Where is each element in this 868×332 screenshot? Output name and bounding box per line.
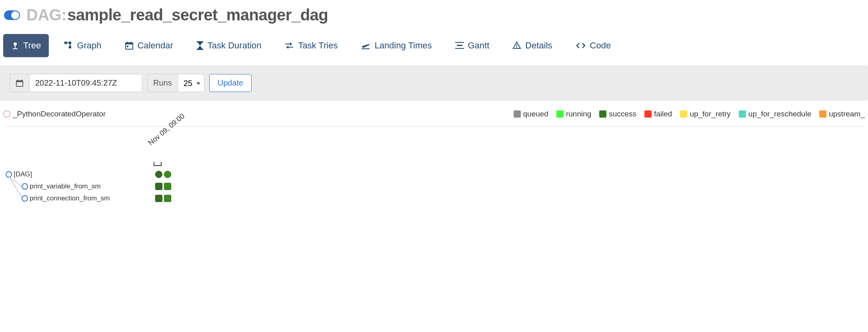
- tab-label: Gantt: [468, 40, 490, 51]
- legend-row: _PythonDecoratedOperator queued running …: [0, 101, 868, 126]
- node-circle[interactable]: [6, 171, 12, 178]
- tab-details[interactable]: Details: [504, 34, 560, 57]
- tab-code[interactable]: Code: [568, 34, 619, 57]
- swatch-running: [556, 110, 564, 118]
- svg-rect-20: [516, 44, 517, 46]
- run-status-cell[interactable]: [164, 171, 171, 178]
- svg-rect-10: [127, 42, 128, 43]
- toggle-knob: [11, 11, 19, 19]
- retry-icon: [284, 42, 294, 50]
- node-circle[interactable]: [22, 195, 28, 202]
- swatch-upforretry: [680, 110, 687, 118]
- tab-landing-times[interactable]: Landing Times: [353, 34, 440, 57]
- svg-rect-17: [457, 45, 462, 46]
- calendar-icon: [125, 41, 134, 50]
- dag-label-prefix: DAG:: [26, 6, 66, 24]
- legend-success[interactable]: success: [599, 110, 636, 118]
- calendar-addon-icon: [10, 74, 29, 92]
- svg-rect-16: [455, 42, 464, 43]
- graph-icon: [64, 41, 73, 50]
- tab-gantt[interactable]: Gantt: [447, 34, 498, 57]
- svg-rect-24: [18, 79, 18, 81]
- code-icon: [576, 42, 586, 49]
- task-status-cell[interactable]: [155, 195, 162, 202]
- swatch-failed: [644, 110, 652, 118]
- tab-label: Details: [525, 40, 552, 51]
- svg-rect-12: [127, 46, 128, 47]
- task-status-cell[interactable]: [164, 183, 171, 190]
- node-label[interactable]: [DAG]: [14, 170, 32, 178]
- svg-rect-2: [13, 48, 18, 49]
- svg-rect-1: [15, 46, 16, 49]
- node-label[interactable]: print_variable_from_sm: [30, 182, 101, 190]
- svg-rect-7: [70, 44, 70, 46]
- svg-rect-13: [197, 41, 203, 42]
- node-label[interactable]: print_connection_from_sm: [30, 194, 110, 202]
- svg-rect-21: [516, 47, 517, 48]
- run-bracket: [154, 162, 162, 166]
- tab-calendar[interactable]: Calendar: [117, 34, 181, 57]
- tree-row-task: print_variable_from_sm: [4, 180, 864, 192]
- svg-rect-25: [21, 79, 22, 81]
- swatch-queued: [514, 110, 521, 118]
- operator-legend-label: _PythonDecoratedOperator: [13, 110, 106, 118]
- dag-name: sample_read_secret_manager_dag: [67, 6, 328, 24]
- legend-failed[interactable]: failed: [644, 110, 672, 118]
- node-circle[interactable]: [22, 183, 28, 190]
- tab-graph[interactable]: Graph: [56, 34, 109, 57]
- task-status-cell[interactable]: [155, 183, 162, 190]
- tab-task-duration[interactable]: Task Duration: [188, 34, 270, 57]
- runs-select[interactable]: 25: [178, 74, 204, 92]
- tab-label: Code: [590, 40, 611, 51]
- legend-queued[interactable]: queued: [514, 110, 548, 118]
- swatch-upstream: [819, 110, 826, 118]
- tab-label: Task Duration: [208, 40, 262, 51]
- tab-label: Task Tries: [298, 40, 338, 51]
- swatch-upforreschedule: [739, 110, 746, 118]
- svg-rect-9: [126, 43, 133, 44]
- legend-running[interactable]: running: [556, 110, 591, 118]
- operator-swatch: [3, 110, 10, 118]
- legend-upforreschedule[interactable]: up_for_reschedule: [739, 110, 811, 118]
- tree-row-task: print_connection_from_sm: [4, 192, 864, 204]
- details-icon: [512, 41, 521, 50]
- runs-input-group: Runs 25: [147, 74, 204, 92]
- view-tabs: Tree Graph Calendar Task Duration Task T…: [0, 34, 868, 57]
- landing-icon: [361, 42, 370, 50]
- tree-view: Nov 09, 09:00 [DAG] print_variable_from_…: [0, 127, 868, 231]
- update-button[interactable]: Update: [209, 74, 252, 92]
- base-date-input[interactable]: [29, 74, 142, 92]
- task-status-cell[interactable]: [164, 195, 171, 202]
- svg-rect-15: [362, 48, 370, 49]
- swatch-success: [599, 110, 606, 118]
- gantt-icon: [455, 42, 464, 50]
- legend-upforretry[interactable]: up_for_retry: [680, 110, 730, 118]
- svg-rect-11: [131, 42, 132, 43]
- tree-icon: [11, 42, 19, 50]
- runs-label: Runs: [147, 74, 178, 92]
- svg-rect-23: [16, 80, 23, 82]
- tab-label: Calendar: [138, 40, 173, 51]
- tab-label: Graph: [77, 40, 101, 51]
- status-legend: queued running success failed up_for_ret…: [514, 110, 865, 118]
- tab-tree[interactable]: Tree: [3, 34, 49, 57]
- svg-rect-6: [66, 42, 69, 43]
- tab-task-tries[interactable]: Task Tries: [276, 34, 346, 57]
- tab-label: Landing Times: [374, 40, 432, 51]
- controls-bar: Runs 25 Update: [0, 65, 868, 101]
- svg-rect-14: [197, 49, 203, 50]
- tab-label: Tree: [23, 40, 41, 51]
- svg-rect-18: [455, 48, 464, 49]
- tree-row-dag: [DAG]: [4, 168, 864, 180]
- dag-toggle[interactable]: [4, 10, 20, 20]
- date-input-group: [10, 74, 142, 92]
- run-status-cell[interactable]: [155, 171, 162, 178]
- legend-upstream[interactable]: upstream_: [819, 110, 865, 118]
- svg-point-0: [14, 42, 17, 46]
- hourglass-icon: [196, 41, 204, 50]
